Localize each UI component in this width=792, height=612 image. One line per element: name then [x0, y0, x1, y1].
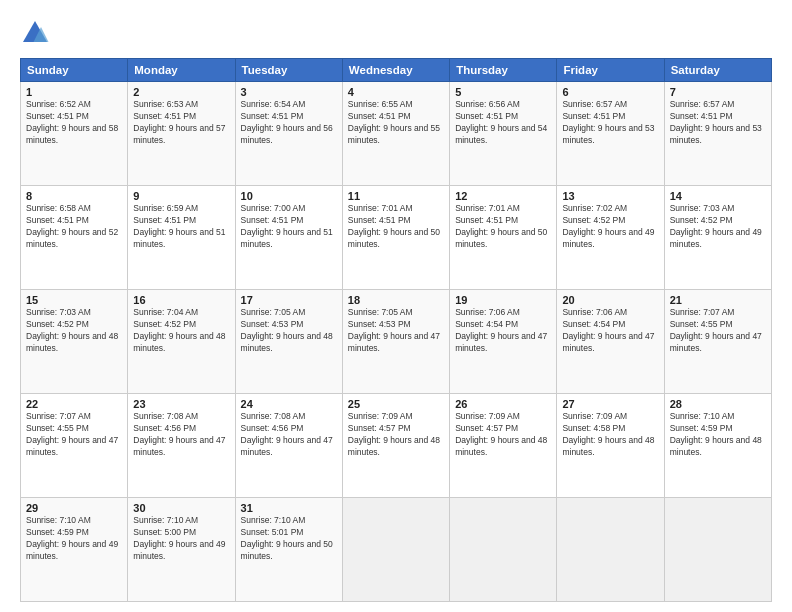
day-number: 8	[26, 190, 122, 202]
calendar-week-row: 15 Sunrise: 7:03 AM Sunset: 4:52 PM Dayl…	[21, 290, 772, 394]
calendar-day-cell: 7 Sunrise: 6:57 AM Sunset: 4:51 PM Dayli…	[664, 82, 771, 186]
day-info: Sunrise: 7:10 AM Sunset: 5:00 PM Dayligh…	[133, 515, 225, 561]
day-info: Sunrise: 7:10 AM Sunset: 4:59 PM Dayligh…	[26, 515, 118, 561]
day-info: Sunrise: 6:54 AM Sunset: 4:51 PM Dayligh…	[241, 99, 333, 145]
calendar-body: 1 Sunrise: 6:52 AM Sunset: 4:51 PM Dayli…	[21, 82, 772, 602]
day-number: 31	[241, 502, 337, 514]
day-number: 25	[348, 398, 444, 410]
calendar-day-cell: 24 Sunrise: 7:08 AM Sunset: 4:56 PM Dayl…	[235, 394, 342, 498]
day-number: 3	[241, 86, 337, 98]
day-number: 19	[455, 294, 551, 306]
calendar-day-cell: 1 Sunrise: 6:52 AM Sunset: 4:51 PM Dayli…	[21, 82, 128, 186]
calendar-day-cell: 13 Sunrise: 7:02 AM Sunset: 4:52 PM Dayl…	[557, 186, 664, 290]
day-info: Sunrise: 7:02 AM Sunset: 4:52 PM Dayligh…	[562, 203, 654, 249]
day-info: Sunrise: 7:03 AM Sunset: 4:52 PM Dayligh…	[26, 307, 118, 353]
calendar-day-cell: 3 Sunrise: 6:54 AM Sunset: 4:51 PM Dayli…	[235, 82, 342, 186]
calendar-day-cell: 30 Sunrise: 7:10 AM Sunset: 5:00 PM Dayl…	[128, 498, 235, 602]
calendar-day-cell	[450, 498, 557, 602]
day-info: Sunrise: 7:09 AM Sunset: 4:57 PM Dayligh…	[348, 411, 440, 457]
calendar-day-cell: 14 Sunrise: 7:03 AM Sunset: 4:52 PM Dayl…	[664, 186, 771, 290]
calendar-day-cell: 21 Sunrise: 7:07 AM Sunset: 4:55 PM Dayl…	[664, 290, 771, 394]
day-number: 29	[26, 502, 122, 514]
day-number: 12	[455, 190, 551, 202]
day-number: 9	[133, 190, 229, 202]
day-number: 14	[670, 190, 766, 202]
day-info: Sunrise: 7:06 AM Sunset: 4:54 PM Dayligh…	[455, 307, 547, 353]
day-info: Sunrise: 7:05 AM Sunset: 4:53 PM Dayligh…	[241, 307, 333, 353]
weekday-header-cell: Thursday	[450, 59, 557, 82]
calendar-day-cell: 29 Sunrise: 7:10 AM Sunset: 4:59 PM Dayl…	[21, 498, 128, 602]
day-number: 18	[348, 294, 444, 306]
day-info: Sunrise: 7:09 AM Sunset: 4:57 PM Dayligh…	[455, 411, 547, 457]
day-info: Sunrise: 7:05 AM Sunset: 4:53 PM Dayligh…	[348, 307, 440, 353]
calendar-day-cell	[664, 498, 771, 602]
day-number: 27	[562, 398, 658, 410]
calendar-table: SundayMondayTuesdayWednesdayThursdayFrid…	[20, 58, 772, 602]
weekday-header-cell: Monday	[128, 59, 235, 82]
calendar-day-cell: 31 Sunrise: 7:10 AM Sunset: 5:01 PM Dayl…	[235, 498, 342, 602]
day-number: 6	[562, 86, 658, 98]
calendar-day-cell: 22 Sunrise: 7:07 AM Sunset: 4:55 PM Dayl…	[21, 394, 128, 498]
day-info: Sunrise: 7:03 AM Sunset: 4:52 PM Dayligh…	[670, 203, 762, 249]
day-info: Sunrise: 6:59 AM Sunset: 4:51 PM Dayligh…	[133, 203, 225, 249]
day-number: 17	[241, 294, 337, 306]
day-info: Sunrise: 7:10 AM Sunset: 4:59 PM Dayligh…	[670, 411, 762, 457]
calendar-day-cell: 17 Sunrise: 7:05 AM Sunset: 4:53 PM Dayl…	[235, 290, 342, 394]
calendar-day-cell: 2 Sunrise: 6:53 AM Sunset: 4:51 PM Dayli…	[128, 82, 235, 186]
day-info: Sunrise: 7:08 AM Sunset: 4:56 PM Dayligh…	[241, 411, 333, 457]
calendar-day-cell: 23 Sunrise: 7:08 AM Sunset: 4:56 PM Dayl…	[128, 394, 235, 498]
weekday-header-cell: Tuesday	[235, 59, 342, 82]
calendar-day-cell: 8 Sunrise: 6:58 AM Sunset: 4:51 PM Dayli…	[21, 186, 128, 290]
weekday-header-cell: Wednesday	[342, 59, 449, 82]
day-number: 5	[455, 86, 551, 98]
day-number: 1	[26, 86, 122, 98]
logo-icon	[20, 18, 50, 48]
calendar-day-cell: 28 Sunrise: 7:10 AM Sunset: 4:59 PM Dayl…	[664, 394, 771, 498]
day-info: Sunrise: 7:08 AM Sunset: 4:56 PM Dayligh…	[133, 411, 225, 457]
day-number: 4	[348, 86, 444, 98]
day-info: Sunrise: 6:57 AM Sunset: 4:51 PM Dayligh…	[562, 99, 654, 145]
day-info: Sunrise: 7:00 AM Sunset: 4:51 PM Dayligh…	[241, 203, 333, 249]
day-number: 7	[670, 86, 766, 98]
day-info: Sunrise: 7:07 AM Sunset: 4:55 PM Dayligh…	[26, 411, 118, 457]
day-number: 15	[26, 294, 122, 306]
day-info: Sunrise: 7:04 AM Sunset: 4:52 PM Dayligh…	[133, 307, 225, 353]
calendar-day-cell: 10 Sunrise: 7:00 AM Sunset: 4:51 PM Dayl…	[235, 186, 342, 290]
day-number: 21	[670, 294, 766, 306]
calendar-day-cell: 11 Sunrise: 7:01 AM Sunset: 4:51 PM Dayl…	[342, 186, 449, 290]
day-info: Sunrise: 7:07 AM Sunset: 4:55 PM Dayligh…	[670, 307, 762, 353]
calendar-day-cell	[557, 498, 664, 602]
day-info: Sunrise: 6:56 AM Sunset: 4:51 PM Dayligh…	[455, 99, 547, 145]
calendar-day-cell: 27 Sunrise: 7:09 AM Sunset: 4:58 PM Dayl…	[557, 394, 664, 498]
day-info: Sunrise: 6:57 AM Sunset: 4:51 PM Dayligh…	[670, 99, 762, 145]
day-info: Sunrise: 6:52 AM Sunset: 4:51 PM Dayligh…	[26, 99, 118, 145]
day-info: Sunrise: 6:58 AM Sunset: 4:51 PM Dayligh…	[26, 203, 118, 249]
day-number: 24	[241, 398, 337, 410]
calendar-day-cell: 12 Sunrise: 7:01 AM Sunset: 4:51 PM Dayl…	[450, 186, 557, 290]
day-number: 13	[562, 190, 658, 202]
day-number: 26	[455, 398, 551, 410]
calendar-day-cell: 15 Sunrise: 7:03 AM Sunset: 4:52 PM Dayl…	[21, 290, 128, 394]
day-number: 11	[348, 190, 444, 202]
weekday-header-cell: Saturday	[664, 59, 771, 82]
calendar-day-cell: 26 Sunrise: 7:09 AM Sunset: 4:57 PM Dayl…	[450, 394, 557, 498]
logo	[20, 18, 56, 48]
day-number: 23	[133, 398, 229, 410]
day-number: 30	[133, 502, 229, 514]
day-info: Sunrise: 7:10 AM Sunset: 5:01 PM Dayligh…	[241, 515, 333, 561]
calendar-day-cell: 9 Sunrise: 6:59 AM Sunset: 4:51 PM Dayli…	[128, 186, 235, 290]
calendar-day-cell: 16 Sunrise: 7:04 AM Sunset: 4:52 PM Dayl…	[128, 290, 235, 394]
calendar-day-cell: 6 Sunrise: 6:57 AM Sunset: 4:51 PM Dayli…	[557, 82, 664, 186]
calendar-day-cell: 18 Sunrise: 7:05 AM Sunset: 4:53 PM Dayl…	[342, 290, 449, 394]
day-info: Sunrise: 7:01 AM Sunset: 4:51 PM Dayligh…	[348, 203, 440, 249]
weekday-header-cell: Friday	[557, 59, 664, 82]
calendar-day-cell: 4 Sunrise: 6:55 AM Sunset: 4:51 PM Dayli…	[342, 82, 449, 186]
calendar-day-cell: 19 Sunrise: 7:06 AM Sunset: 4:54 PM Dayl…	[450, 290, 557, 394]
day-number: 28	[670, 398, 766, 410]
day-info: Sunrise: 7:09 AM Sunset: 4:58 PM Dayligh…	[562, 411, 654, 457]
day-number: 2	[133, 86, 229, 98]
page: SundayMondayTuesdayWednesdayThursdayFrid…	[0, 0, 792, 612]
day-number: 22	[26, 398, 122, 410]
day-number: 16	[133, 294, 229, 306]
day-info: Sunrise: 6:53 AM Sunset: 4:51 PM Dayligh…	[133, 99, 225, 145]
